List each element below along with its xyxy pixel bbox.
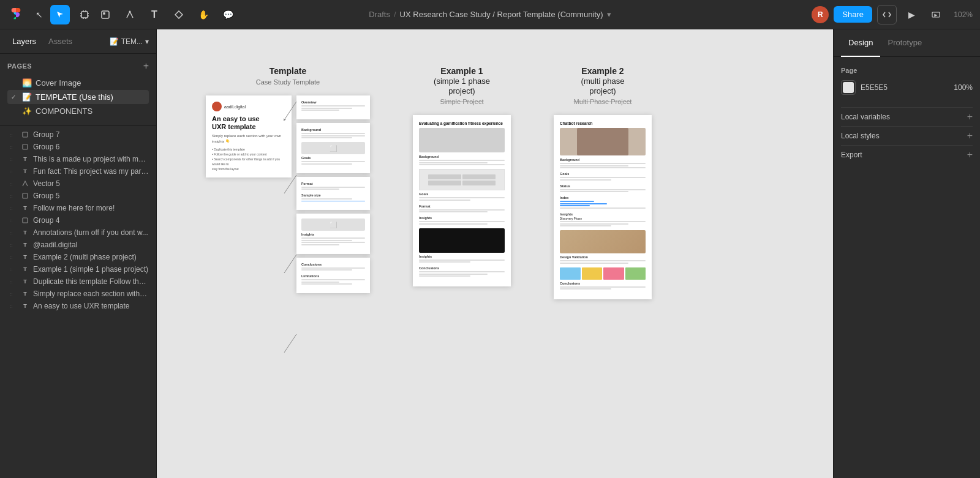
add-page-button[interactable]: + (143, 61, 149, 71)
template-cover-page[interactable]: aadil.digital An easy to useUXR template… (206, 95, 292, 177)
share-button[interactable]: Share (834, 6, 872, 23)
move-tool[interactable]: ↖ (29, 5, 49, 24)
select-tool[interactable] (50, 5, 70, 24)
draw-tools (120, 5, 140, 24)
add-local-style-icon[interactable]: + (967, 130, 973, 141)
layer-example2[interactable]: :: T Example 2 (multi phase project) (0, 251, 156, 263)
template-page-2[interactable]: Background ⬜ Goals (296, 123, 370, 173)
example1-wireframe (419, 169, 505, 190)
ex1-background: Background (419, 155, 505, 165)
comment-tool[interactable]: 💬 (218, 5, 238, 24)
layer-text2[interactable]: :: T Fun fact: This project was my part … (0, 165, 156, 177)
canvas[interactable]: Template Case Study Template aadil.digit… (157, 29, 833, 478)
layer-text1[interactable]: :: T This is a made up project with mul.… (0, 153, 156, 165)
layer-easy-use[interactable]: :: T An easy to use UXR template (0, 300, 156, 312)
pen-tool[interactable] (120, 5, 140, 24)
ex2-insights-discovery: Insights Discovery Phase (560, 212, 646, 227)
template-frame-subtitle: Case Study Template (256, 78, 320, 86)
text-icon: T (21, 155, 29, 163)
drag-handle: :: (10, 242, 17, 248)
ex2-design-validation: Design Validation (560, 255, 646, 264)
example1-frame-subtitle: Simple Project (440, 98, 484, 105)
layer-duplicate[interactable]: :: T Duplicate this template Follow the … (0, 275, 156, 288)
insights-section: Insights (301, 233, 365, 245)
layers-list: :: Group 7 :: Group 6 :: T This is a mad… (0, 126, 156, 478)
right-panel-tabs: Design Prototype (834, 29, 980, 57)
svg-rect-9 (102, 11, 109, 18)
design-tab[interactable]: Design (841, 29, 880, 57)
layer-aadil[interactable]: :: T @aadil.digital (0, 239, 156, 251)
example1-app-screenshot (419, 228, 505, 253)
template-page-4[interactable]: ⬜ Insights (296, 214, 370, 254)
component-tool[interactable] (169, 5, 189, 24)
assets-tab[interactable]: Assets (43, 34, 77, 48)
add-export-icon[interactable]: + (967, 149, 973, 160)
svg-line-19 (284, 334, 296, 353)
layer-annotations[interactable]: :: T Annotations (turn off if you dont w… (0, 226, 156, 239)
format-section: Format (301, 182, 365, 190)
frame-tool[interactable] (75, 5, 94, 24)
ex2-status: Status (560, 184, 646, 193)
text-icon: T (21, 241, 29, 249)
page-color-value[interactable]: E5E5E5 (861, 83, 949, 92)
text-icon: T (21, 289, 29, 298)
topbar: ↖ T ✋ 💬 Drafts / UX Research Case Study … (0, 0, 980, 29)
page-section-title: Page (841, 67, 973, 74)
page-item-components[interactable]: ✨ COMPONENTS (7, 104, 149, 118)
page-color-swatch[interactable] (841, 80, 856, 95)
add-local-variable-icon[interactable]: + (967, 111, 973, 122)
example1-frame-title: Example 1(simple 1 phaseproject) (434, 66, 490, 95)
page-item-cover[interactable]: 🌅 Cover Image (7, 76, 149, 90)
prototype-tab[interactable]: Prototype (880, 29, 929, 57)
chevron-down-icon[interactable]: ▾ (607, 10, 611, 19)
text-icon: T (21, 167, 29, 176)
example1-page[interactable]: Evaluating a gamification fitness experi… (413, 115, 511, 286)
example2-frame-wrapper: Example 2(multi phaseproject) Multi Phas… (554, 66, 652, 299)
example1-photo (419, 128, 505, 152)
page-item-template[interactable]: ✓ 📝 TEMPLATE (Use this) (7, 90, 149, 104)
code-icon[interactable] (877, 5, 897, 24)
example2-colorblocks (560, 267, 646, 280)
page-section: Page E5E5E5 100% (841, 67, 973, 95)
file-name-tab[interactable]: 📝 TEM... ▾ (110, 37, 149, 46)
hand-tool[interactable]: ✋ (194, 5, 213, 24)
breadcrumb-file[interactable]: UX Research Case Study / Report Template… (400, 10, 603, 19)
page-opacity-value[interactable]: 100% (954, 83, 973, 92)
export-section[interactable]: Export + (841, 145, 973, 164)
figma-logo[interactable] (7, 6, 24, 23)
layers-tab[interactable]: Layers (7, 34, 41, 48)
layer-group5[interactable]: :: Group 5 (0, 190, 156, 202)
example1-title: Evaluating a gamification fitness experi… (419, 121, 505, 125)
drag-handle: :: (10, 304, 17, 309)
layer-vector5[interactable]: :: Vector 5 (0, 177, 156, 190)
layer-group6[interactable]: :: Group 6 (0, 141, 156, 153)
drag-handle: :: (10, 169, 17, 174)
svg-rect-12 (23, 132, 28, 137)
ex2-background: Background (560, 158, 646, 168)
layer-simply[interactable]: :: T Simply replace each section with y.… (0, 288, 156, 300)
play-button[interactable]: ▶ (902, 5, 921, 24)
breadcrumb: Drafts / UX Research Case Study / Report… (369, 10, 611, 19)
local-variables-section[interactable]: Local variables + (841, 107, 973, 126)
layer-group7[interactable]: :: Group 7 (0, 129, 156, 141)
breadcrumb-drafts[interactable]: Drafts (369, 10, 390, 19)
layer-label: Group 4 (33, 216, 59, 225)
canvas-scroll[interactable]: Template Case Study Template aadil.digit… (157, 29, 833, 478)
drag-handle: :: (10, 218, 17, 223)
group-icon (21, 130, 29, 139)
user-avatar[interactable]: R (812, 6, 829, 23)
template-page-1[interactable]: Overview (296, 95, 370, 119)
example2-page[interactable]: Chatbot research Background (554, 115, 652, 299)
local-styles-section[interactable]: Local styles + (841, 126, 973, 145)
template-page-5[interactable]: Conclusions Limitations (296, 258, 370, 294)
layer-text3[interactable]: :: T Follow me here for more! (0, 202, 156, 214)
layer-example1[interactable]: :: T Example 1 (simple 1 phase project) (0, 263, 156, 275)
preview-button[interactable] (926, 5, 946, 24)
layer-group4[interactable]: :: Group 4 (0, 214, 156, 226)
shape-tool[interactable] (96, 5, 115, 24)
template-page-3[interactable]: Format Sample size (296, 177, 370, 211)
layer-label: Follow me here for more! (33, 204, 115, 212)
drag-handle: :: (10, 267, 17, 272)
text-tool[interactable]: T (145, 5, 164, 24)
layer-label: @aadil.digital (33, 241, 77, 249)
